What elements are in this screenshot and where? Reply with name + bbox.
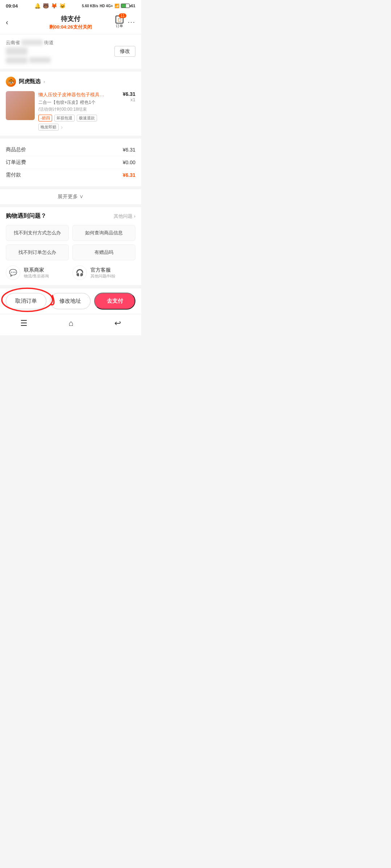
status-time: 09:04 [6, 3, 18, 9]
payable-value: ¥6.31 [123, 172, 135, 178]
tags-arrow-icon: › [61, 124, 63, 131]
service-desc: 其他问题/纠纷 [91, 273, 115, 279]
help-section: 购物遇到问题？ 其他问题 › 找不到支付方式怎么办 如何查询商品信息 找不到订单… [0, 207, 141, 285]
service-name: 官方客服 [91, 267, 115, 273]
shop-icon: 🐯 [6, 77, 16, 87]
expand-more-button[interactable]: 展开更多 ∨ [0, 189, 141, 204]
order-button[interactable]: 📋 11 订单 [115, 16, 123, 29]
help-item-3[interactable]: 有赠品吗 [72, 244, 135, 260]
app-icon-1: 🐻 [43, 3, 49, 9]
merchant-chat-icon: 💬 [6, 265, 20, 280]
edit-address-button[interactable]: 修改 [114, 46, 135, 57]
payable-price-row: 需付款 ¥6.31 [6, 169, 135, 181]
product-price-qty: ¥6.31 x1 [114, 91, 135, 131]
product-info: 懒人压饺子皮神器包包子模具… 二合一【包饺+压皮】橙色1个 /活动倒计时00:0… [38, 91, 110, 131]
product-row: 懒人压饺子皮神器包包子模具… 二合一【包饺+压皮】橙色1个 /活动倒计时00:0… [6, 91, 135, 131]
status-right: 5.60 KB/s HD 4G+ 📶 61 [82, 4, 135, 8]
product-name: 懒人压饺子皮神器包包子模具… [38, 91, 110, 98]
network-type: HD 4G+ [100, 4, 113, 8]
menu-nav-icon[interactable]: ☰ [20, 319, 28, 328]
bottom-actions: 取消订单 修改地址 去支付 [0, 288, 141, 314]
address-province: 云南省 街道 [6, 39, 135, 46]
order-icon: 📋 11 [115, 16, 123, 24]
help-other-link[interactable]: 其他问题 › [114, 213, 135, 220]
tag-compensation: -赔四 [38, 115, 52, 122]
help-title: 购物遇到问题？ [6, 212, 46, 220]
shop-arrow-icon: › [43, 79, 45, 84]
merchant-desc: 物流/售后咨询 [24, 273, 49, 279]
pricing-section: 商品总价 ¥6.31 订单运费 ¥0.00 需付款 ¥6.31 [0, 139, 141, 186]
countdown-suffix: 支付关闭 [73, 24, 92, 30]
product-price: ¥6.31 [114, 91, 135, 97]
navigation-bar: ☰ ⌂ ↩ [0, 314, 141, 335]
home-nav-icon[interactable]: ⌂ [68, 319, 73, 328]
merchant-name: 联系商家 [24, 267, 49, 273]
product-countdown: /活动倒计时00:00:18结束 [38, 106, 110, 112]
modify-address-button[interactable]: 修改地址 [50, 293, 91, 309]
shop-header[interactable]: 🐯 阿虎甄选 › [6, 77, 135, 87]
help-header: 购物遇到问题？ 其他问题 › [6, 212, 135, 220]
order-label: 订单 [116, 24, 123, 29]
wifi-icon: 📶 [114, 4, 119, 8]
order-badge: 11 [119, 13, 126, 18]
tag-return: 坏损包退 [54, 115, 75, 122]
countdown-prefix: 剩 [49, 24, 54, 30]
shop-name: 阿虎甄选 [19, 78, 41, 85]
back-button[interactable]: ‹ [6, 18, 8, 26]
battery-icon [121, 4, 130, 8]
header-actions: 📋 11 订单 ··· [115, 16, 135, 29]
service-icon: 🎧 [72, 265, 87, 280]
shipping-price-row: 订单运费 ¥0.00 [6, 156, 135, 169]
product-section: 🐯 阿虎甄选 › 懒人压饺子皮神器包包子模具… 二合一【包饺+压皮】橙色1个 /… [0, 72, 141, 136]
address-name: 彭█ ███72 [6, 57, 135, 64]
product-image [6, 91, 35, 120]
help-grid: 找不到支付方式怎么办 如何查询商品信息 找不到订单怎么办 有赠品吗 [6, 225, 135, 260]
total-price-row: 商品总价 ¥6.31 [6, 144, 135, 156]
tag-late: 晚发即赔 [38, 124, 59, 131]
payable-label: 需付款 [6, 172, 21, 178]
page-header: ‹ 待支付 剩00:04:26支付关闭 📋 11 订单 ··· [0, 10, 141, 34]
address-blurred-1 [21, 40, 43, 45]
merchant-contact-text: 联系商家 物流/售后咨询 [24, 267, 49, 279]
total-value: ¥6.31 [123, 147, 135, 153]
contact-merchant[interactable]: 💬 联系商家 物流/售后咨询 [6, 265, 69, 280]
service-contact-text: 官方客服 其他问题/纠纷 [91, 267, 115, 279]
status-notifications: 🔔 🐻 🦊 🐱 [34, 3, 66, 9]
contact-service[interactable]: 🎧 官方客服 其他问题/纠纷 [72, 265, 135, 280]
help-item-0[interactable]: 找不到支付方式怎么办 [6, 225, 69, 241]
back-nav-icon[interactable]: ↩ [114, 319, 121, 328]
product-tags: -赔四 坏损包退 极速退款 晚发即赔 › [38, 115, 110, 131]
countdown-timer: 00:04:26 [54, 24, 73, 30]
shipping-label: 订单运费 [6, 159, 26, 166]
product-qty: x1 [114, 97, 135, 102]
total-label: 商品总价 [6, 146, 26, 153]
bell-icon: 🔔 [34, 3, 41, 9]
cancel-order-button[interactable]: 取消订单 [6, 293, 46, 309]
pay-button[interactable]: 去支付 [94, 293, 135, 310]
app-icon-2: 🦊 [51, 3, 57, 9]
contact-row: 💬 联系商家 物流/售后咨询 🎧 官方客服 其他问题/纠纷 [6, 265, 135, 280]
status-bar: 09:04 🔔 🐻 🦊 🐱 5.60 KB/s HD 4G+ 📶 61 [0, 0, 141, 10]
address-section: 云南省 街道 云█ 彭█ ███72 修改 [0, 34, 141, 69]
app-icon-3: 🐱 [59, 3, 66, 9]
help-item-2[interactable]: 找不到订单怎么办 [6, 244, 69, 260]
product-spec: 二合一【包饺+压皮】橙色1个 [38, 99, 110, 106]
battery-level: 61 [131, 4, 135, 8]
more-button[interactable]: ··· [128, 18, 135, 26]
help-item-1[interactable]: 如何查询商品信息 [72, 225, 135, 241]
shipping-value: ¥0.00 [123, 159, 135, 165]
tag-refund: 极速退款 [77, 115, 97, 122]
data-speed: 5.60 KB/s [82, 4, 98, 8]
